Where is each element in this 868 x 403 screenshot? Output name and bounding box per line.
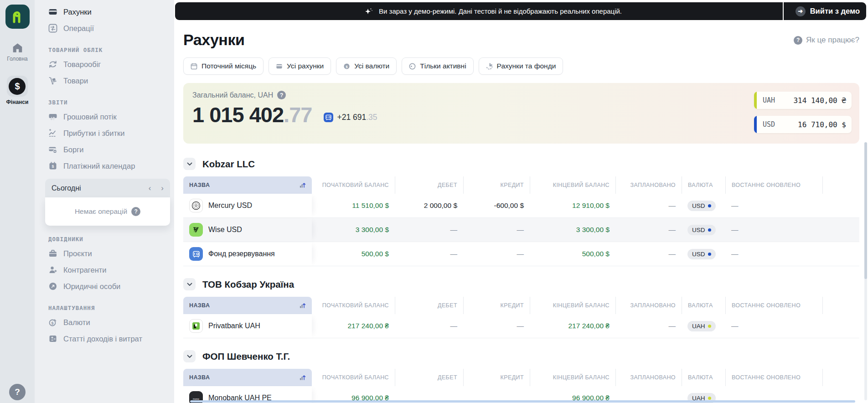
section-title: ТОВ Кобзар Україна bbox=[202, 279, 294, 290]
account-name: Privatbank UAH bbox=[208, 322, 260, 330]
currency-total-uah[interactable]: UAH 314 140,00 ₴ bbox=[754, 92, 852, 109]
cell-credit: — bbox=[463, 322, 530, 330]
filter-active-only[interactable]: Тільки активні bbox=[402, 57, 473, 75]
filter-period[interactable]: Поточний місяць bbox=[183, 57, 264, 75]
filter-accounts-and-funds[interactable]: Рахунки та фонди bbox=[479, 57, 563, 75]
today-empty-text: Немає операцій bbox=[75, 207, 127, 216]
sidebar-item-currencies[interactable]: $ Валюти bbox=[48, 314, 174, 331]
status-icon bbox=[409, 63, 416, 70]
app-logo-icon[interactable] bbox=[5, 5, 30, 29]
today-next-button[interactable]: › bbox=[161, 184, 164, 193]
column-header-final: КІНЦЕВИЙ БАЛАНС bbox=[530, 297, 615, 314]
filter-label: Тільки активні bbox=[420, 62, 466, 70]
svg-text:$: $ bbox=[51, 321, 53, 326]
table-row-wise-usd[interactable]: Wise USD 3 300,00 $ — — 3 300,00 $ — USD… bbox=[183, 218, 859, 242]
sidebar-item-turnover[interactable]: Товарообіг bbox=[48, 56, 174, 72]
collapse-section-button[interactable] bbox=[183, 278, 196, 290]
horizontal-scrollbar[interactable] bbox=[190, 400, 855, 403]
app-root: Головна $ Фінанси ? Допомога Рахунки bbox=[0, 0, 868, 403]
rail-item-home[interactable]: Головна bbox=[7, 42, 28, 62]
sidebar-item-debts[interactable]: Борги bbox=[48, 141, 174, 158]
today-help-icon[interactable]: ? bbox=[131, 207, 140, 216]
sidebar-item-label: Проєкти bbox=[63, 249, 92, 258]
svg-text:mono: mono bbox=[193, 398, 199, 400]
usd-dot-icon bbox=[708, 204, 711, 207]
sort-icon[interactable] bbox=[300, 302, 306, 309]
today-prev-button[interactable]: ‹ bbox=[149, 184, 151, 193]
column-header-name: НАЗВА bbox=[183, 176, 312, 194]
sidebar-item-pnl[interactable]: Прибутки і збитки bbox=[48, 125, 174, 141]
sidebar-item-cashflow[interactable]: Грошовий потік bbox=[48, 108, 174, 125]
column-header-final: КІНЦЕВИЙ БАЛАНС bbox=[530, 369, 615, 386]
cell-planned: — bbox=[615, 202, 682, 210]
cell-debit: 2 000,00 $ bbox=[395, 202, 463, 210]
cell-debit: — bbox=[395, 226, 463, 234]
calendar-money-icon: $ bbox=[48, 161, 57, 170]
sidebar-item-income-expense-articles[interactable]: Статті доходів і витрат bbox=[48, 331, 174, 347]
cell-currency: UAH bbox=[682, 321, 725, 331]
sidebar-section-title: ТОВАРНИЙ ОБЛІК bbox=[48, 46, 174, 53]
column-header-planned: ЗАПЛАНОВАНО bbox=[615, 176, 682, 194]
sidebar-item-accounts[interactable]: Рахунки bbox=[48, 4, 174, 20]
sidebar-item-goods[interactable]: Товари bbox=[48, 72, 174, 89]
how-it-works-link[interactable]: ? Як це працює? bbox=[794, 36, 859, 45]
coins-icon: $ bbox=[48, 318, 57, 327]
column-header-tail bbox=[822, 176, 859, 194]
sidebar-item-label: Грошовий потік bbox=[63, 113, 117, 121]
delta-int: +21 691 bbox=[337, 113, 366, 122]
sidebar-item-operations[interactable]: Операції bbox=[48, 20, 174, 36]
sidebar-item-label: Юридичні особи bbox=[63, 282, 120, 291]
column-header-credit: КРЕДИТ bbox=[463, 176, 530, 194]
exit-demo-button[interactable]: ➜ Вийти з демо bbox=[789, 6, 866, 16]
table-row-reserve-fund[interactable]: Фонд резервування 500,00 $ — — 500,00 $ … bbox=[183, 242, 859, 266]
sidebar-item-legal-entities[interactable]: Юридичні особи bbox=[48, 278, 174, 294]
filter-currencies[interactable]: $ Усі валюти bbox=[336, 57, 397, 75]
filter-bar: Поточний місяць Усі рахунки $ Усі валюти bbox=[183, 57, 859, 75]
icon-rail: Головна $ Фінанси ? Допомога bbox=[0, 0, 35, 403]
cell-credit: — bbox=[463, 250, 530, 258]
filter-accounts[interactable]: Усі рахунки bbox=[269, 57, 331, 75]
cycle-icon bbox=[48, 60, 57, 69]
usd-color-bar bbox=[754, 116, 757, 133]
cell-updated: — bbox=[725, 202, 822, 210]
account-group-fop-shevchenko: ФОП Шевченко Т.Г. НАЗВА ПОЧАТКОВИЙ БАЛАН… bbox=[183, 350, 859, 403]
currency-code: USD bbox=[763, 120, 775, 129]
filter-label: Усі валюти bbox=[354, 62, 389, 70]
sort-icon[interactable] bbox=[300, 374, 306, 381]
usd-dot-icon bbox=[708, 253, 711, 256]
main-area: Ви зараз у демо-режимі. Дані тестові й н… bbox=[174, 0, 868, 403]
filter-label: Рахунки та фонди bbox=[497, 62, 556, 70]
sidebar-item-contractors[interactable]: Контрагенти bbox=[48, 262, 174, 278]
column-header-updated: ВОСТАННЄ ОНОВЛЕНО bbox=[725, 176, 822, 194]
currency-code: UAH bbox=[692, 323, 705, 330]
sort-icon[interactable] bbox=[300, 182, 306, 188]
column-header-planned: ЗАПЛАНОВАНО bbox=[615, 369, 682, 386]
rail-home-label: Головна bbox=[7, 56, 28, 62]
chevron-down-icon bbox=[187, 162, 192, 166]
rail-item-finance[interactable]: $ Фінанси bbox=[6, 76, 29, 105]
sidebar-item-label: Платіжний календар bbox=[63, 162, 135, 170]
cell-currency: USD bbox=[682, 201, 725, 211]
table-row-mercury-usd[interactable]: Mercury USD 11 510,00 $ 2 000,00 $ -600,… bbox=[183, 194, 859, 218]
account-name: Mercury USD bbox=[208, 202, 252, 210]
sidebar-item-payment-calendar[interactable]: $ Платіжний календар bbox=[48, 158, 174, 174]
vertical-scrollbar[interactable] bbox=[864, 142, 867, 400]
sidebar-item-label: Товари bbox=[63, 77, 88, 85]
balance-int: 1 015 402 bbox=[192, 103, 284, 127]
currency-code: USD bbox=[692, 227, 705, 233]
column-header-debit: ДЕБЕТ bbox=[395, 176, 463, 194]
demo-banner: Ви зараз у демо-режимі. Дані тестові й н… bbox=[175, 2, 866, 20]
today-widget: Сьогодні ‹ › Немає операцій ? bbox=[45, 179, 170, 226]
table-row-privatbank-uah[interactable]: Privatbank UAH 217 240,00 ₴ — — 217 240,… bbox=[183, 314, 859, 338]
currency-total-usd[interactable]: USD 16 710,00 $ bbox=[754, 116, 852, 133]
section-title: Kobzar LLC bbox=[202, 159, 255, 170]
balance-help-icon[interactable]: ? bbox=[277, 91, 286, 99]
collapse-section-button[interactable] bbox=[183, 350, 196, 362]
rail-item-help[interactable]: ? Допомога bbox=[0, 384, 35, 403]
collapse-section-button[interactable] bbox=[183, 158, 196, 170]
sidebar-item-projects[interactable]: Проєкти bbox=[48, 245, 174, 262]
sidebar-item-label: Прибутки і збитки bbox=[63, 129, 124, 138]
sidebar-item-label: Рахунки bbox=[63, 8, 92, 16]
dolly-icon bbox=[48, 76, 57, 85]
column-header-updated: ВОСТАННЄ ОНОВЛЕНО bbox=[725, 297, 822, 314]
